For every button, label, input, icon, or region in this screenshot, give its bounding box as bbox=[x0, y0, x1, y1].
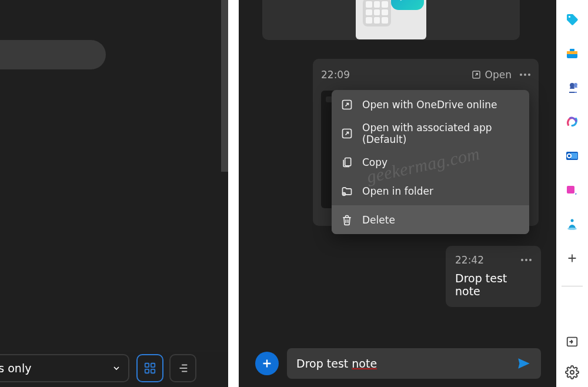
open-button[interactable]: Open bbox=[471, 69, 512, 81]
outlook-icon[interactable] bbox=[564, 148, 580, 164]
meditation-icon[interactable] bbox=[564, 216, 580, 232]
svg-rect-2 bbox=[145, 369, 149, 373]
left-content bbox=[0, 0, 228, 351]
settings-icon bbox=[565, 365, 579, 379]
main-chat-area: 22:09 Open Open with OneDrive online Ope… bbox=[239, 0, 556, 387]
svg-point-21 bbox=[567, 228, 577, 230]
folder-open-icon bbox=[341, 185, 353, 197]
svg-point-20 bbox=[571, 219, 574, 222]
svg-rect-1 bbox=[151, 363, 155, 367]
left-pill-item[interactable] bbox=[0, 40, 106, 69]
compose-bar: Drop test note bbox=[255, 348, 541, 379]
ctx-open-folder[interactable]: Open in folder bbox=[332, 176, 529, 205]
settings-button[interactable] bbox=[564, 365, 580, 380]
svg-point-12 bbox=[569, 16, 570, 18]
add-sidebar-item[interactable] bbox=[564, 251, 580, 266]
filter-label: is only bbox=[0, 362, 31, 375]
ctx-label: Open with associated app (Default) bbox=[362, 122, 520, 145]
right-sidebar bbox=[556, 0, 588, 387]
chevron-down-icon bbox=[112, 363, 121, 373]
sidebar-separator bbox=[562, 286, 583, 286]
svg-rect-19 bbox=[567, 186, 574, 194]
send-icon bbox=[516, 356, 532, 371]
ctx-label: Open with OneDrive online bbox=[362, 99, 497, 111]
add-button[interactable] bbox=[255, 352, 279, 375]
compose-input[interactable]: Drop test note bbox=[287, 348, 541, 379]
note-text: Drop test note bbox=[455, 272, 532, 298]
divider-gap bbox=[228, 0, 239, 387]
tag-icon[interactable] bbox=[564, 12, 580, 27]
ctx-open-onedrive[interactable]: Open with OneDrive online bbox=[332, 90, 529, 119]
filter-select[interactable]: is only bbox=[0, 354, 129, 382]
note-time: 22:42 bbox=[455, 254, 484, 266]
more-button[interactable] bbox=[520, 74, 530, 76]
note-card: 22:42 Drop test note bbox=[446, 246, 541, 307]
image-card[interactable] bbox=[262, 0, 520, 40]
note-more-button[interactable] bbox=[521, 259, 532, 261]
chess-icon[interactable] bbox=[564, 80, 580, 95]
panel-icon bbox=[566, 335, 579, 348]
context-menu: Open with OneDrive online Open with asso… bbox=[332, 90, 529, 234]
copy-icon bbox=[341, 156, 353, 168]
panel-toggle-button[interactable] bbox=[564, 334, 580, 349]
send-button[interactable] bbox=[516, 356, 532, 371]
svg-rect-3 bbox=[151, 369, 155, 373]
ctx-open-default[interactable]: Open with associated app (Default) bbox=[332, 119, 529, 148]
svg-rect-10 bbox=[345, 158, 351, 165]
svg-rect-15 bbox=[570, 49, 574, 51]
ctx-copy[interactable]: Copy bbox=[332, 148, 529, 176]
svg-rect-17 bbox=[571, 153, 577, 159]
ctx-label: Delete bbox=[362, 214, 395, 226]
trash-icon bbox=[341, 214, 353, 226]
svg-point-23 bbox=[570, 371, 574, 374]
clip-icon[interactable] bbox=[564, 182, 580, 198]
compose-text: Drop test note bbox=[296, 357, 377, 370]
left-bottom-bar: is only bbox=[0, 351, 228, 387]
scrollbar[interactable] bbox=[221, 0, 228, 172]
ctx-label: Open in folder bbox=[362, 185, 433, 197]
open-label: Open bbox=[485, 69, 512, 81]
external-link-icon bbox=[341, 128, 353, 139]
svg-rect-14 bbox=[567, 51, 577, 54]
ctx-label: Copy bbox=[362, 156, 387, 168]
list-view-button[interactable] bbox=[169, 354, 196, 382]
apps-grid-icon bbox=[363, 0, 391, 26]
toolbox-icon[interactable] bbox=[564, 46, 580, 61]
file-time: 22:09 bbox=[321, 69, 471, 81]
svg-rect-0 bbox=[145, 363, 149, 367]
send-app-icon bbox=[391, 0, 424, 10]
ctx-delete[interactable]: Delete bbox=[332, 205, 529, 234]
external-link-icon bbox=[341, 99, 353, 111]
plus-icon bbox=[566, 252, 579, 265]
left-panel: is only bbox=[0, 0, 228, 387]
copilot-icon[interactable] bbox=[564, 114, 580, 129]
image-thumbnail bbox=[356, 0, 426, 39]
plus-icon bbox=[260, 357, 273, 370]
grid-view-button[interactable] bbox=[136, 354, 163, 382]
